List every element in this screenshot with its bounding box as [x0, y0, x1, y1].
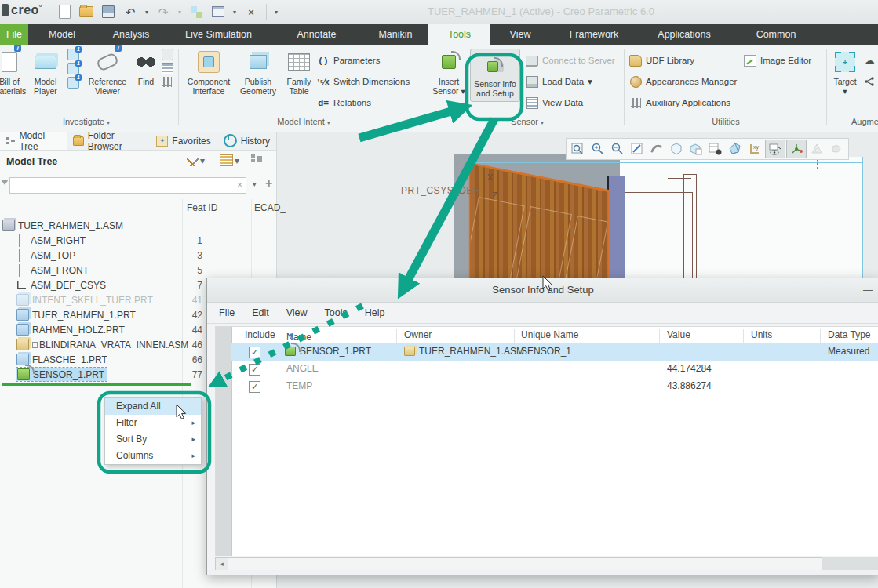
copy-surface-icon[interactable]: 1 [67, 63, 79, 74]
add-search-button[interactable]: + [265, 176, 272, 191]
switch-dimensions-button[interactable]: ¹⁵⁄xSwitch Dimensions [317, 71, 424, 92]
menu-item-sort-by[interactable]: Sort By▸ [105, 431, 201, 448]
manage-experience-button[interactable]: M [863, 71, 878, 92]
find-button[interactable]: Find [132, 49, 160, 86]
tab-favorites[interactable]: ✦Favorites [150, 132, 217, 150]
window-dropdown[interactable]: ▾ [231, 9, 239, 16]
undo-dropdown[interactable]: ▾ [143, 9, 151, 16]
tree-row[interactable]: ASM_RIGHT1 [0, 233, 276, 248]
undo-button[interactable]: ↶ [121, 3, 140, 20]
relations-button[interactable]: d=Relations [317, 93, 424, 113]
sensor-info-and-setup-button[interactable]: Sensor Info and Setup [470, 49, 520, 102]
redo-dropdown[interactable]: ▾ [176, 9, 184, 16]
tab-manikin[interactable]: Manikin [362, 24, 428, 45]
tree-columns-toggle-button[interactable] [251, 154, 264, 165]
family-table-button[interactable]: Family Table [281, 49, 317, 96]
tree-row[interactable]: ASM_FRONT5 [0, 263, 276, 278]
model-player-button[interactable]: Model Player [27, 49, 64, 96]
publish-geometry-button[interactable]: Publish Geometry [237, 49, 279, 96]
redo-button[interactable]: ↷ [154, 3, 173, 20]
spin-center-toggle[interactable] [786, 140, 807, 158]
dialog-title-bar[interactable]: Sensor Info and Setup— [207, 278, 878, 303]
tree-settings-button[interactable]: ▾ [220, 154, 239, 166]
annotation-display-toggle[interactable] [765, 140, 785, 158]
tab-view[interactable]: View [490, 24, 550, 45]
publish-experience-button[interactable]: ☁P [863, 50, 878, 71]
menu-item-columns[interactable]: Columns▸ [105, 448, 201, 464]
display-style-button[interactable] [667, 140, 686, 158]
auxiliary-applications-button[interactable]: Auxiliary Applications [629, 93, 755, 113]
include-checkbox[interactable]: ✓ [249, 364, 260, 376]
tab-tools[interactable]: Tools [428, 24, 490, 45]
connect-to-server-button[interactable]: Connect to Server [526, 50, 621, 71]
table-row-temp[interactable]: ✓ TEMP 43.886274 [231, 378, 878, 395]
scrollbar-thumb[interactable] [228, 557, 822, 571]
menu-file[interactable]: File [210, 307, 243, 318]
minimize-icon[interactable]: — [863, 278, 873, 302]
tab-model[interactable]: Model [28, 24, 96, 45]
open-file-button[interactable] [77, 3, 96, 20]
udf-library-button[interactable]: UDF Library [629, 50, 741, 71]
tab-annotate[interactable]: Annotate [271, 24, 362, 45]
view-manager-button[interactable] [706, 140, 725, 158]
saved-orientations-button[interactable] [687, 140, 705, 158]
column-ecad[interactable]: ECAD_ [254, 202, 286, 213]
view-data-button[interactable]: View Data [526, 93, 621, 113]
regenerate-button[interactable] [187, 3, 206, 20]
table-row-angle[interactable]: ✓ ANGLE 44.174284 [231, 361, 878, 378]
datum-display-button[interactable]: xy [745, 140, 764, 158]
tree-tools-button[interactable]: ▾ [187, 154, 205, 166]
menu-view[interactable]: View [278, 307, 316, 318]
group-augment[interactable]: Augment [851, 114, 878, 129]
zoom-out-button[interactable] [608, 140, 627, 158]
zoom-region-button[interactable] [569, 140, 588, 158]
tree-row[interactable]: ASM_TOP3 [0, 248, 276, 263]
group-utilities[interactable]: Utilities [628, 114, 824, 129]
group-sensor[interactable]: Sensor▾ [431, 114, 624, 129]
menu-tools[interactable]: Tools [316, 307, 356, 318]
header-owner[interactable]: Owner [404, 329, 432, 340]
new-file-button[interactable] [55, 3, 74, 20]
horizontal-scrollbar[interactable]: ◂ [215, 557, 878, 570]
shaded-view-button[interactable] [726, 140, 745, 158]
bill-of-materials-button[interactable]: i Bill of Materials [0, 49, 30, 96]
repaint-button[interactable] [647, 140, 666, 158]
sort-filter-icon[interactable]: ▼ [288, 332, 295, 339]
reference-viewer-button[interactable]: i Reference Viewer [85, 49, 130, 96]
tab-common[interactable]: Common [730, 24, 822, 45]
search-dropdown-icon[interactable]: ▾ [253, 180, 257, 188]
include-checkbox[interactable]: ✓ [249, 347, 260, 358]
feature-list-icon[interactable] [162, 63, 173, 74]
header-unique-name[interactable]: Unique Name [521, 329, 578, 340]
tab-analysis[interactable]: Analysis [96, 24, 166, 45]
group-investigate[interactable]: Investigate▾ [0, 114, 173, 129]
column-feat-id[interactable]: Feat ID [187, 202, 217, 213]
insert-sensor-button[interactable]: Insert Sensor ▾ [431, 49, 467, 96]
geometry-checks-icon[interactable] [162, 49, 173, 60]
image-editor-button[interactable]: Image Editor [744, 50, 822, 71]
tab-history[interactable]: History [217, 132, 276, 150]
menu-item-expand-all[interactable]: Expand All [105, 398, 201, 415]
search-input-field[interactable] [10, 178, 246, 193]
load-data-button[interactable]: Load Data▾ [526, 71, 621, 92]
header-include[interactable]: Include [245, 329, 275, 340]
tab-folder-browser[interactable]: Folder Browser [67, 132, 150, 150]
tree-row[interactable]: TUER_RAHMEN_1.ASM [0, 218, 276, 233]
menu-item-filter[interactable]: Filter▸ [105, 415, 201, 431]
menu-edit[interactable]: Edit [243, 307, 278, 318]
3d-dragger-button[interactable] [807, 140, 826, 158]
header-units[interactable]: Units [751, 329, 772, 340]
tree-filter-icon[interactable] [162, 77, 172, 87]
clear-search-icon[interactable]: × [237, 180, 242, 191]
parameters-button[interactable]: ( )Parameters [317, 50, 424, 71]
close-window-button[interactable]: × [242, 3, 260, 20]
component-interface-button[interactable]: Component Interface [184, 49, 234, 96]
tab-applications[interactable]: Applications [638, 24, 730, 45]
tab-model-tree[interactable]: Model Tree [0, 132, 67, 150]
tab-file[interactable]: File [0, 24, 28, 45]
appearances-manager-button[interactable]: Appearances Manager [629, 71, 755, 92]
header-value[interactable]: Value [667, 329, 690, 340]
include-checkbox[interactable]: ✓ [249, 381, 260, 393]
window-switch-button[interactable] [209, 3, 228, 20]
copy-feature-icon[interactable]: 1 [67, 77, 79, 89]
